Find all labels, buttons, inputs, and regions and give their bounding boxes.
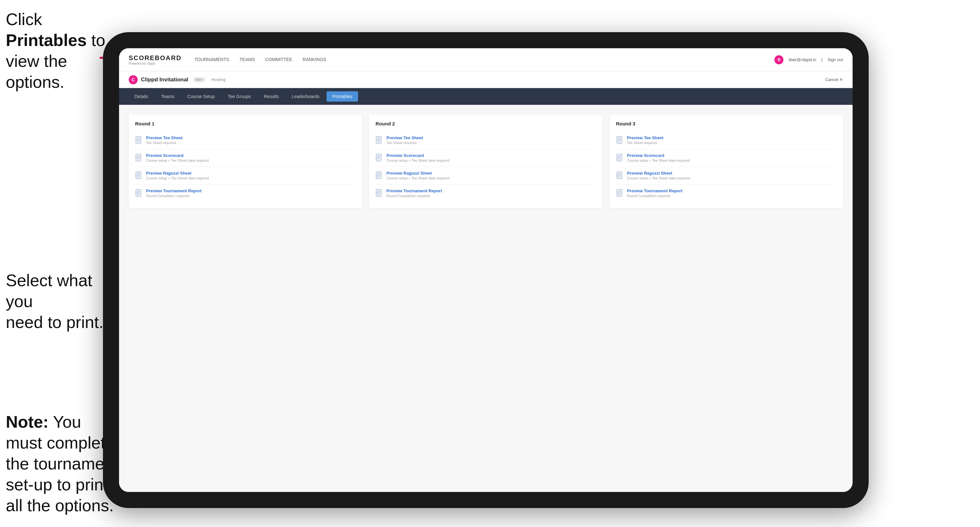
nav-teams[interactable]: TEAMS — [239, 56, 255, 64]
logo-title: SCOREBOARD — [129, 54, 181, 62]
nav-right: B blair@clippd.io | Sign out — [775, 55, 843, 64]
print-item-text-2-3: Preview Raguzzi SheetCourse setup + Tee … — [387, 171, 449, 180]
svg-rect-19 — [377, 138, 380, 139]
svg-rect-20 — [377, 140, 380, 140]
nav-left: SCOREBOARD Powered by clippd TOURNAMENTS… — [129, 54, 326, 65]
print-item-3-1[interactable]: Preview Tee SheetTee Sheet required — [616, 132, 837, 149]
print-item-sub-2-2: Course setup + Tee Sheet data required — [387, 159, 449, 162]
nav-links: TOURNAMENTS TEAMS COMMITTEE RANKINGS — [194, 56, 326, 64]
print-item-title-1-4: Preview Tournament Report — [146, 189, 201, 193]
svg-rect-48 — [618, 193, 620, 193]
print-item-2-2[interactable]: Preview ScorecardCourse setup + Tee Shee… — [375, 149, 596, 167]
svg-rect-27 — [377, 174, 380, 174]
note-bold: Note: — [6, 413, 49, 431]
user-email: blair@clippd.io — [789, 57, 816, 62]
svg-rect-9 — [137, 159, 138, 159]
print-item-3-4[interactable]: Preview Tournament ReportRound Completio… — [616, 184, 837, 202]
svg-rect-3 — [137, 138, 140, 139]
doc-icon-1-4 — [135, 189, 143, 198]
doc-icon-3-3 — [616, 171, 624, 180]
print-item-1-3[interactable]: Preview Raguzzi SheetCourse setup + Tee … — [135, 167, 355, 184]
svg-rect-41 — [618, 159, 620, 159]
doc-icon-2-1 — [375, 136, 383, 145]
svg-rect-49 — [618, 194, 620, 195]
doc-icon-1-3 — [135, 171, 143, 180]
svg-rect-40 — [618, 157, 620, 158]
print-item-text-1-1: Preview Tee SheetTee Sheet required — [146, 135, 183, 145]
print-item-3-2[interactable]: Preview ScorecardCourse setup + Tee Shee… — [616, 149, 837, 167]
print-item-text-1-2: Preview ScorecardCourse setup + Tee Shee… — [146, 153, 209, 162]
round-title-3: Round 3 — [616, 121, 837, 126]
print-item-sub-1-2: Course setup + Tee Sheet data required — [146, 159, 209, 162]
svg-rect-37 — [618, 141, 620, 141]
clippd-icon: C — [129, 75, 138, 84]
svg-rect-44 — [618, 175, 620, 176]
printables-bold: Printables — [6, 31, 86, 49]
print-item-2-1[interactable]: Preview Tee SheetTee Sheet required — [375, 132, 596, 149]
print-item-sub-2-1: Tee Sheet required — [387, 141, 423, 145]
user-avatar: B — [775, 55, 783, 64]
print-item-title-3-2: Preview Scorecard — [627, 153, 690, 158]
print-item-sub-3-4: Round Completion required — [627, 194, 682, 198]
tab-leaderboards[interactable]: Leaderboards — [286, 91, 325, 102]
print-item-text-1-3: Preview Raguzzi SheetCourse setup + Tee … — [146, 171, 209, 180]
cancel-button[interactable]: Cancel ✕ — [825, 77, 843, 82]
print-item-2-4[interactable]: Preview Tournament ReportRound Completio… — [375, 184, 596, 202]
tab-course-setup[interactable]: Course Setup — [181, 91, 221, 102]
print-item-text-2-2: Preview ScorecardCourse setup + Tee Shee… — [387, 153, 449, 162]
print-item-3-3[interactable]: Preview Raguzzi SheetCourse setup + Tee … — [616, 167, 837, 184]
svg-rect-28 — [377, 175, 380, 176]
instruction-middle: Select what youneed to print. — [6, 270, 115, 333]
svg-rect-5 — [137, 141, 138, 141]
nav-separator: | — [821, 57, 822, 62]
print-item-1-1[interactable]: Preview Tee SheetTee Sheet required — [135, 132, 355, 149]
round-title-2: Round 2 — [375, 121, 596, 126]
print-item-sub-2-4: Round Completion required — [387, 194, 442, 198]
tournament-title-row: C Clippd Invitational Men Hosting — [129, 75, 226, 84]
tab-tee-groups[interactable]: Tee Groups — [222, 91, 257, 102]
sign-out-link[interactable]: Sign out — [827, 57, 843, 62]
svg-rect-31 — [377, 191, 380, 192]
nav-tournaments[interactable]: TOURNAMENTS — [194, 56, 229, 64]
print-item-2-3[interactable]: Preview Raguzzi SheetCourse setup + Tee … — [375, 167, 596, 184]
round-column-3: Round 3 Preview Tee SheetTee Sheet requi… — [610, 114, 843, 208]
print-item-text-1-4: Preview Tournament ReportRound Completio… — [146, 189, 201, 198]
logo-sub: Powered by clippd — [129, 62, 181, 65]
tab-details[interactable]: Details — [129, 91, 154, 102]
main-content: Round 1 Preview Tee SheetTee Sheet requi… — [119, 105, 853, 492]
round-column-2: Round 2 Preview Tee SheetTee Sheet requi… — [369, 114, 602, 208]
tournament-gender-badge: Men — [193, 77, 205, 83]
svg-rect-25 — [377, 159, 379, 159]
svg-rect-29 — [377, 176, 379, 177]
svg-rect-39 — [618, 156, 621, 157]
doc-icon-3-1 — [616, 136, 624, 145]
nav-committee[interactable]: COMMITTEE — [266, 56, 293, 64]
doc-icon-3-2 — [616, 154, 624, 163]
tab-results[interactable]: Results — [258, 91, 285, 102]
print-item-1-4[interactable]: Preview Tournament ReportRound Completio… — [135, 184, 355, 202]
print-item-text-3-4: Preview Tournament ReportRound Completio… — [627, 189, 682, 198]
svg-rect-47 — [618, 191, 621, 192]
print-item-1-2[interactable]: Preview ScorecardCourse setup + Tee Shee… — [135, 149, 355, 167]
print-item-title-2-3: Preview Raguzzi Sheet — [387, 171, 449, 176]
print-item-title-3-3: Preview Raguzzi Sheet — [627, 171, 690, 176]
print-item-title-3-4: Preview Tournament Report — [627, 189, 682, 193]
svg-rect-13 — [137, 176, 138, 177]
print-item-title-2-4: Preview Tournament Report — [387, 189, 442, 193]
svg-rect-12 — [137, 175, 139, 176]
print-item-sub-3-3: Course setup + Tee Sheet data required — [627, 176, 690, 180]
sub-nav-tabs: Details Teams Course Setup Tee Groups Re… — [129, 91, 358, 102]
svg-rect-32 — [377, 193, 380, 193]
svg-rect-24 — [377, 157, 380, 158]
tab-printables[interactable]: Printables — [326, 91, 358, 102]
tablet-screen: SCOREBOARD Powered by clippd TOURNAMENTS… — [119, 48, 853, 492]
svg-rect-17 — [137, 194, 138, 195]
svg-rect-8 — [137, 157, 139, 158]
scoreboard-logo: SCOREBOARD Powered by clippd — [129, 54, 181, 65]
svg-rect-21 — [377, 141, 379, 141]
tournament-name: Clippd Invitational — [141, 76, 188, 83]
nav-rankings[interactable]: RANKINGS — [303, 56, 326, 64]
print-item-text-2-1: Preview Tee SheetTee Sheet required — [387, 135, 423, 145]
svg-rect-23 — [377, 156, 380, 157]
tab-teams[interactable]: Teams — [155, 91, 180, 102]
